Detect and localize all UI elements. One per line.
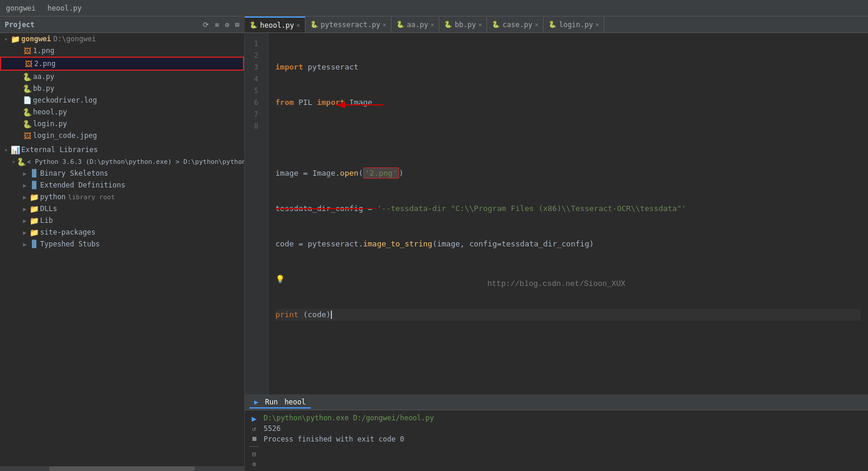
tab-close-heool[interactable]: ✕: [297, 22, 300, 28]
tree-item-heoolpy[interactable]: 🐍 heool.py: [0, 106, 244, 118]
tab-label-aa: aa.py: [407, 21, 428, 29]
arrow-typeshed: ▶: [21, 241, 28, 248]
title-bar: gongwei heool.py: [0, 0, 868, 17]
sync-icon[interactable]: ⟳: [203, 21, 209, 29]
tab-close-aa[interactable]: ✕: [430, 21, 434, 28]
editor-area: 🐍 heool.py ✕ 🐍 pytesseract.py ✕ 🐍 aa.py …: [245, 17, 868, 471]
code-line-1: import pytesseract: [275, 61, 861, 73]
tab-label-login: login.py: [559, 21, 593, 29]
run-icon: ▶: [254, 398, 258, 406]
arrow-sitepackages: ▶: [21, 229, 28, 236]
label-logincode: login_code.jpeg: [33, 131, 97, 140]
tree-item-loginpy[interactable]: 🐍 login.py: [0, 118, 244, 130]
sidebar-scrollbar[interactable]: [0, 466, 244, 471]
main-area: Project ⟳ ≡ ⚙ ⊞ ▾ 📁 gongwei D:\gongwei 🖼…: [0, 17, 868, 471]
tab-icon-heool: 🐍: [249, 21, 258, 29]
collapse-icon[interactable]: ≡: [215, 21, 219, 29]
run-tab-label: Run: [265, 398, 278, 406]
code-line-8: print (code): [275, 309, 861, 321]
tab-close-case[interactable]: ✕: [535, 21, 538, 28]
run-scroll-button[interactable]: ⊟: [249, 449, 259, 458]
label-aapy: aa.py: [33, 73, 54, 81]
arrow-dlls: ▶: [21, 206, 28, 212]
tree-item-pythonroot[interactable]: ▶ 📁 python library root: [0, 191, 244, 203]
expand-icon[interactable]: ⊞: [235, 21, 239, 29]
bars-icon-typeshed: ▐▌: [29, 239, 39, 249]
code-content[interactable]: import pytesseract from PIL import Image…: [268, 33, 868, 394]
png-icon-2: 🖼: [24, 59, 33, 68]
tree-item-aapy[interactable]: 🐍 aa.py: [0, 71, 244, 83]
bars-icon-extlibs: 📊: [11, 145, 20, 154]
tree-item-geckodriver[interactable]: 📄 geckodriver.log: [0, 94, 244, 106]
label-sitepackages: site-packages: [40, 228, 96, 236]
folder-icon-lib: 📁: [29, 216, 39, 225]
tab-close-bb[interactable]: ✕: [478, 21, 482, 28]
code-line-5: tessdata_dir_config = '--tessdata-dir "C…: [275, 203, 861, 215]
py-icon-login: 🐍: [22, 119, 32, 129]
tree-item-gongwei[interactable]: ▾ 📁 gongwei D:\gongwei: [0, 33, 244, 45]
console-line-1: D:\python\python.exe D:/gongwei/heool.py: [264, 413, 863, 423]
label-heoolpy: heool.py: [33, 108, 67, 116]
tab-icon-bb: 🐍: [444, 21, 452, 28]
tree-item-1png[interactable]: 🖼 1.png: [0, 45, 244, 57]
tab-casepy[interactable]: 🐍 case.py ✕: [487, 17, 544, 32]
label-1png: 1.png: [33, 47, 54, 55]
tab-close-pytesseract[interactable]: ✕: [383, 21, 386, 28]
arrow-extdefs: ▶: [21, 182, 28, 189]
tab-label-pytesseract: pytesseract.py: [321, 21, 380, 29]
tab-close-login[interactable]: ✕: [596, 21, 599, 28]
py-icon-heool: 🐍: [22, 107, 32, 117]
project-label: Project: [5, 21, 35, 29]
tab-label-heool: heool.py: [260, 21, 294, 29]
tree-item-lib[interactable]: ▶ 📁 Lib: [0, 215, 244, 226]
settings-icon[interactable]: ⚙: [225, 21, 229, 29]
tree-item-logincode[interactable]: 🖼 login_code.jpeg: [0, 130, 244, 141]
png-icon-1: 🖼: [22, 46, 32, 55]
tree-item-python363[interactable]: ▾ 🐍 < Python 3.6.3 (D:\python\python.exe…: [0, 156, 244, 167]
run-divider: [249, 446, 259, 447]
folder-icon-gongwei: 📁: [11, 34, 20, 44]
run-stop-button[interactable]: ⏹: [249, 434, 259, 443]
tab-loginpy[interactable]: 🐍 login.py ✕: [544, 17, 604, 32]
label-pythonroot: python: [40, 193, 65, 201]
py-icon-363: 🐍: [17, 157, 26, 166]
label-bbpy: bb.py: [33, 84, 54, 93]
tab-bbpy[interactable]: 🐍 bb.py ✕: [439, 17, 487, 32]
label-dlls: DLLs: [40, 205, 57, 213]
tab-pytesseract[interactable]: 🐍 pytesseract.py ✕: [305, 17, 392, 32]
title-file[interactable]: heool.py: [48, 4, 82, 12]
label-pythonroot-sub: library root: [68, 193, 114, 201]
tab-heoolpy[interactable]: 🐍 heool.py ✕: [245, 17, 305, 32]
console-line-2: 5526: [264, 423, 863, 434]
run-play-button[interactable]: ▶: [249, 414, 259, 423]
tree-item-bbpy[interactable]: 🐍 bb.py: [0, 83, 244, 94]
tree-item-2png[interactable]: 🖼 2.png: [0, 57, 244, 71]
sidebar: Project ⟳ ≡ ⚙ ⊞ ▾ 📁 gongwei D:\gongwei 🖼…: [0, 17, 245, 471]
bottom-tabs: ▶ Run heool: [245, 395, 868, 410]
tab-icon-case: 🐍: [492, 21, 500, 28]
label-geckodriver: geckodriver.log: [33, 96, 97, 104]
tree-item-dlls[interactable]: ▶ 📁 DLLs: [0, 203, 244, 215]
tab-icon-login: 🐍: [548, 21, 557, 28]
tree-item-extlibs[interactable]: ▾ 📊 External Libraries: [0, 144, 244, 156]
code-line-7: 💡: [275, 274, 861, 285]
run-settings-button[interactable]: ⚙: [249, 460, 259, 469]
run-rerun-button[interactable]: ↺: [249, 424, 259, 433]
arrow-binaryskel: ▶: [21, 170, 28, 177]
tab-label-case: case.py: [502, 21, 532, 29]
tree-item-extdefs[interactable]: ▶ ▐▌ Extended Definitions: [0, 179, 244, 191]
tab-aapy[interactable]: 🐍 aa.py ✕: [392, 17, 439, 32]
tree-item-binaryskeletons[interactable]: ▶ ▐▌ Binary Skeletons: [0, 167, 244, 179]
tab-icon-aa: 🐍: [396, 21, 405, 28]
tree-item-typeshed[interactable]: ▶ ▐▌ Typeshed Stubs: [0, 238, 244, 250]
code-editor[interactable]: 1 2 3 4 5 6 7 8 import pytesseract from …: [245, 33, 868, 394]
label-python363: < Python 3.6.3 (D:\python\python.exe) > …: [27, 158, 244, 166]
sidebar-tree: ▾ 📁 gongwei D:\gongwei 🖼 1.png 🖼 2.png �: [0, 33, 244, 466]
tree-item-sitepackages[interactable]: ▶ 📁 site-packages: [0, 226, 244, 238]
label-gongwei-path: D:\gongwei: [54, 35, 96, 43]
run-tab[interactable]: ▶ Run heool: [249, 397, 311, 409]
label-binaryskeletons: Binary Skeletons: [40, 169, 108, 177]
console-line-4: Process finished with exit code 0: [264, 434, 863, 444]
title-project[interactable]: gongwei: [6, 4, 36, 12]
sidebar-header: Project ⟳ ≡ ⚙ ⊞: [0, 17, 244, 33]
